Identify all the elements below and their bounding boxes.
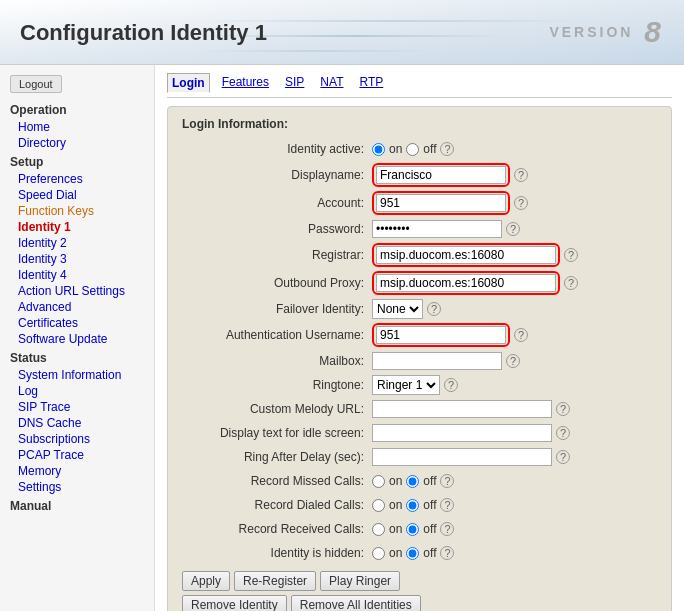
highlight-outbound-proxy [372, 271, 560, 295]
input-custom-melody[interactable] [372, 400, 552, 418]
sidebar-item-settings[interactable]: Settings [0, 479, 154, 495]
sidebar-item-log[interactable]: Log [0, 383, 154, 399]
sidebar-item-identity-4[interactable]: Identity 4 [0, 267, 154, 283]
tab-features[interactable]: Features [218, 73, 273, 93]
play-ringer-button[interactable]: Play Ringer [320, 571, 400, 591]
sidebar-item-identity-3[interactable]: Identity 3 [0, 251, 154, 267]
value-idle-screen-text: ? [372, 424, 657, 442]
label-on-hidden: on [389, 546, 402, 560]
input-displayname[interactable] [376, 166, 506, 184]
value-record-received: on off ? [372, 522, 657, 536]
sidebar-item-speed-dial[interactable]: Speed Dial [0, 187, 154, 203]
select-ringtone[interactable]: Ringer 1 Ringer 2 Ringer 3 [372, 375, 440, 395]
help-icon-record-dialed[interactable]: ? [440, 498, 454, 512]
help-icon-failover-identity[interactable]: ? [427, 302, 441, 316]
highlight-registrar [372, 243, 560, 267]
help-icon-ringtone[interactable]: ? [444, 378, 458, 392]
help-icon-registrar[interactable]: ? [564, 248, 578, 262]
value-custom-melody: ? [372, 400, 657, 418]
remove-all-identities-button[interactable]: Remove All Identities [291, 595, 421, 611]
version-number: 8 [644, 15, 664, 48]
sidebar-item-dns-cache[interactable]: DNS Cache [0, 415, 154, 431]
radio-off-identity-hidden[interactable] [406, 547, 419, 560]
form-section-title: Login Information: [182, 117, 657, 131]
input-account[interactable] [376, 194, 506, 212]
help-icon-ring-after-delay[interactable]: ? [556, 450, 570, 464]
radio-off-identity-active[interactable] [406, 143, 419, 156]
label-password: Password: [182, 222, 372, 236]
sidebar-item-certificates[interactable]: Certificates [0, 315, 154, 331]
input-auth-username[interactable] [376, 326, 506, 344]
label-on-missed: on [389, 474, 402, 488]
input-outbound-proxy[interactable] [376, 274, 556, 292]
help-icon-account[interactable]: ? [514, 196, 528, 210]
sidebar-item-memory[interactable]: Memory [0, 463, 154, 479]
help-icon-idle-screen-text[interactable]: ? [556, 426, 570, 440]
tab-bar: Login Features SIP NAT RTP [167, 73, 672, 98]
radio-identity-active: on off ? [372, 142, 454, 156]
input-idle-screen-text[interactable] [372, 424, 552, 442]
apply-button[interactable]: Apply [182, 571, 230, 591]
sidebar-section-status: Status [0, 347, 154, 367]
re-register-button[interactable]: Re-Register [234, 571, 316, 591]
sidebar-item-identity-1[interactable]: Identity 1 [0, 219, 154, 235]
value-account: ? [372, 191, 657, 215]
value-identity-hidden: on off ? [372, 546, 657, 560]
value-registrar: ? [372, 243, 657, 267]
sidebar-item-directory[interactable]: Directory [0, 135, 154, 151]
field-password: Password: ? [182, 219, 657, 239]
radio-on-identity-hidden[interactable] [372, 547, 385, 560]
tab-rtp[interactable]: RTP [355, 73, 387, 93]
help-icon-record-missed[interactable]: ? [440, 474, 454, 488]
help-icon-record-received[interactable]: ? [440, 522, 454, 536]
input-ring-after-delay[interactable] [372, 448, 552, 466]
select-failover-identity[interactable]: None [372, 299, 423, 319]
page-header: Configuration Identity 1 VERSION 8 [0, 0, 684, 65]
help-icon-custom-melody[interactable]: ? [556, 402, 570, 416]
label-mailbox: Mailbox: [182, 354, 372, 368]
radio-off-record-received[interactable] [406, 523, 419, 536]
help-icon-identity-active[interactable]: ? [440, 142, 454, 156]
tab-login[interactable]: Login [167, 73, 210, 93]
input-mailbox[interactable] [372, 352, 502, 370]
highlight-account [372, 191, 510, 215]
radio-record-missed: on off ? [372, 474, 454, 488]
main-content: Login Features SIP NAT RTP Login Informa… [155, 65, 684, 611]
sidebar-item-identity-2[interactable]: Identity 2 [0, 235, 154, 251]
radio-on-identity-active[interactable] [372, 143, 385, 156]
field-record-missed: Record Missed Calls: on off ? [182, 471, 657, 491]
sidebar-item-system-info[interactable]: System Information [0, 367, 154, 383]
sidebar-item-advanced[interactable]: Advanced [0, 299, 154, 315]
radio-on-record-dialed[interactable] [372, 499, 385, 512]
sidebar-item-software-update[interactable]: Software Update [0, 331, 154, 347]
radio-on-record-missed[interactable] [372, 475, 385, 488]
help-icon-displayname[interactable]: ? [514, 168, 528, 182]
sidebar-item-action-url[interactable]: Action URL Settings [0, 283, 154, 299]
input-password[interactable] [372, 220, 502, 238]
sidebar-item-preferences[interactable]: Preferences [0, 171, 154, 187]
help-icon-auth-username[interactable]: ? [514, 328, 528, 342]
sidebar-item-sip-trace[interactable]: SIP Trace [0, 399, 154, 415]
field-outbound-proxy: Outbound Proxy: ? [182, 271, 657, 295]
logout-button[interactable]: Logout [10, 75, 62, 93]
radio-off-record-dialed[interactable] [406, 499, 419, 512]
sidebar-item-function-keys[interactable]: Function Keys [0, 203, 154, 219]
tab-sip[interactable]: SIP [281, 73, 308, 93]
highlight-auth-username [372, 323, 510, 347]
sidebar-item-pcap-trace[interactable]: PCAP Trace [0, 447, 154, 463]
remove-identity-button[interactable]: Remove Identity [182, 595, 287, 611]
radio-off-record-missed[interactable] [406, 475, 419, 488]
help-icon-password[interactable]: ? [506, 222, 520, 236]
field-identity-active: Identity active: on off ? [182, 139, 657, 159]
sidebar-item-subscriptions[interactable]: Subscriptions [0, 431, 154, 447]
input-registrar[interactable] [376, 246, 556, 264]
radio-on-record-received[interactable] [372, 523, 385, 536]
help-icon-mailbox[interactable]: ? [506, 354, 520, 368]
tab-nat[interactable]: NAT [316, 73, 347, 93]
value-ring-after-delay: ? [372, 448, 657, 466]
sidebar-item-home[interactable]: Home [0, 119, 154, 135]
help-icon-identity-hidden[interactable]: ? [440, 546, 454, 560]
value-password: ? [372, 220, 657, 238]
help-icon-outbound-proxy[interactable]: ? [564, 276, 578, 290]
sidebar: Logout Operation Home Directory Setup Pr… [0, 65, 155, 611]
